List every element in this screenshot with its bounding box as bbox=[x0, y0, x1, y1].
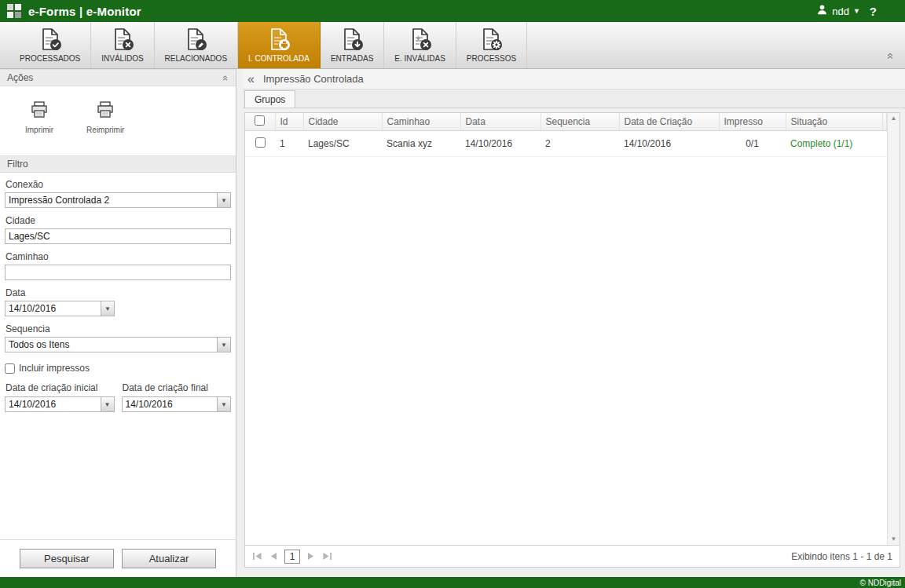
caminhao-label: Caminhao bbox=[5, 251, 231, 262]
imprimir-button[interactable]: Imprimir bbox=[25, 100, 53, 134]
atualizar-button[interactable]: Atualizar bbox=[122, 549, 216, 568]
select-all-checkbox[interactable] bbox=[255, 115, 265, 126]
tab-strip: Grupos bbox=[243, 89, 905, 108]
doc-arrow-x-icon bbox=[408, 27, 433, 52]
user-name: ndd bbox=[832, 5, 849, 17]
cell-id: 1 bbox=[275, 130, 303, 156]
data-label: Data bbox=[5, 287, 231, 298]
scroll-up-icon[interactable]: ▲ bbox=[891, 115, 897, 122]
doc-printer-icon bbox=[266, 27, 291, 52]
data-criacao-inicial-label: Data de criação inicial bbox=[5, 382, 115, 393]
toolbar-item-label: RELACIONADOS bbox=[165, 54, 227, 63]
scroll-down-icon[interactable]: ▼ bbox=[891, 536, 897, 542]
column-header-impresso[interactable]: Impresso bbox=[719, 113, 786, 130]
imprimir-label: Imprimir bbox=[25, 126, 53, 134]
pager-page-input[interactable]: 1 bbox=[284, 550, 300, 564]
chevron-down-icon[interactable]: ▼ bbox=[101, 397, 114, 411]
data-criacao-final-label: Data de criação final bbox=[123, 382, 232, 393]
column-header-caminhao[interactable]: Caminhao bbox=[382, 113, 460, 130]
doc-gear-icon bbox=[478, 27, 504, 52]
copyright-text: © NDDigital bbox=[860, 579, 901, 587]
reimprimir-button[interactable]: Reimprimir bbox=[86, 100, 124, 134]
pager-prev-button[interactable] bbox=[269, 552, 277, 561]
cell-impresso: 0/1 bbox=[719, 130, 786, 156]
doc-pencil-icon bbox=[183, 27, 208, 52]
nddigital-logo-icon bbox=[6, 3, 22, 19]
main-header: « Impressão Controlada bbox=[243, 69, 905, 89]
incluir-impressos-checkbox[interactable] bbox=[5, 363, 15, 374]
cell-data: 14/10/2016 bbox=[460, 130, 540, 156]
chevron-down-icon[interactable]: ▼ bbox=[217, 338, 230, 352]
chevron-down-icon: ▼ bbox=[853, 7, 860, 15]
column-header-id[interactable]: Id bbox=[275, 113, 303, 130]
results-grid: Id Cidade Caminhao Data Sequencia Data d… bbox=[245, 113, 887, 545]
actions-section-title: Ações bbox=[7, 72, 33, 83]
toolbar-item-invalidos[interactable]: INVÁLIDOS bbox=[91, 22, 154, 68]
chevron-down-icon[interactable]: ▼ bbox=[101, 301, 114, 316]
table-row[interactable]: 1 Lages/SC Scania xyz 14/10/2016 2 14/10… bbox=[245, 130, 887, 156]
pager-status-text: Exibindo itens 1 - 1 de 1 bbox=[791, 551, 892, 562]
toolbar-item-i-controlada[interactable]: I. CONTROLADA bbox=[238, 22, 321, 68]
toolbar-item-entradas[interactable]: ENTRADAS bbox=[321, 22, 384, 68]
tab-grupos[interactable]: Grupos bbox=[244, 90, 295, 108]
help-button[interactable]: ? bbox=[870, 5, 877, 18]
actions-section-header: Ações « bbox=[0, 69, 236, 86]
pager-next-button[interactable] bbox=[307, 552, 315, 561]
filter-form: Conexão Impressão Controlada 2 ▼ Cidade … bbox=[0, 173, 236, 539]
row-select-checkbox[interactable] bbox=[255, 137, 266, 148]
cell-data-criacao: 14/10/2016 bbox=[619, 130, 719, 156]
toolbar-item-label: INVÁLIDOS bbox=[101, 54, 143, 63]
toolbar-item-label: E. INVÁLIDAS bbox=[394, 54, 445, 63]
sequencia-select[interactable]: Todos os Itens ▼ bbox=[5, 337, 231, 352]
toolbar-item-label: PROCESSOS bbox=[467, 54, 516, 63]
cidade-label: Cidade bbox=[5, 215, 231, 226]
data-criacao-final-select[interactable]: 14/10/2016 ▼ bbox=[122, 396, 232, 412]
cidade-input[interactable] bbox=[5, 228, 231, 244]
toolbar-item-label: ENTRADAS bbox=[331, 54, 373, 63]
toolbar-item-label: PROCESSADOS bbox=[20, 54, 80, 63]
app-window: e-Forms | e-Monitor ndd ▼ ? bbox=[0, 0, 905, 588]
user-menu[interactable]: ndd ▼ bbox=[816, 4, 860, 18]
column-header-filler bbox=[882, 113, 887, 130]
data-criacao-inicial-value: 14/10/2016 bbox=[5, 397, 101, 411]
column-header-cidade[interactable]: Cidade bbox=[303, 113, 382, 130]
footer-bar: © NDDigital bbox=[0, 577, 905, 588]
sidebar: Ações « Imprimir bbox=[0, 69, 236, 577]
column-header-data-criacao[interactable]: Data de Criação bbox=[619, 113, 719, 130]
content-area: Ações « Imprimir bbox=[0, 69, 905, 577]
sidebar-footer: Pesquisar Atualizar bbox=[0, 539, 236, 577]
column-header-data[interactable]: Data bbox=[460, 113, 540, 130]
data-criacao-inicial-select[interactable]: 14/10/2016 ▼ bbox=[5, 396, 115, 412]
caminhao-input[interactable] bbox=[5, 265, 231, 280]
page-title: Impressão Controlada bbox=[263, 73, 364, 85]
section-divider bbox=[0, 148, 236, 155]
cell-sequencia: 2 bbox=[540, 130, 619, 156]
cell-caminhao: Scania xyz bbox=[382, 130, 460, 156]
doc-arrow-down-icon bbox=[339, 27, 365, 52]
data-select[interactable]: 14/10/2016 ▼ bbox=[5, 301, 115, 316]
incluir-impressos-row: Incluir impressos bbox=[5, 363, 231, 374]
pager-first-button[interactable] bbox=[252, 552, 262, 561]
collapse-sidebar-icon[interactable]: « bbox=[247, 73, 255, 86]
select-all-header bbox=[245, 113, 275, 130]
toolbar-collapse-button[interactable]: « bbox=[885, 53, 896, 59]
toolbar-item-processados[interactable]: PROCESSADOS bbox=[9, 22, 91, 68]
cell-filler bbox=[882, 130, 887, 156]
toolbar-item-processos[interactable]: PROCESSOS bbox=[456, 22, 527, 68]
vertical-scrollbar[interactable]: ▲ ▼ bbox=[887, 113, 900, 545]
reimprimir-label: Reimprimir bbox=[86, 126, 124, 134]
chevron-down-icon[interactable]: ▼ bbox=[217, 397, 230, 411]
printer-icon bbox=[95, 100, 115, 123]
column-header-sequencia[interactable]: Sequencia bbox=[540, 113, 619, 130]
filter-section-title: Filtro bbox=[7, 159, 28, 170]
column-header-situacao[interactable]: Situação bbox=[786, 113, 882, 130]
pager-bar: 1 Exibindo itens 1 - 1 de 1 bbox=[245, 545, 900, 567]
pager-last-button[interactable] bbox=[322, 552, 332, 561]
sequencia-label: Sequencia bbox=[5, 323, 231, 334]
toolbar-item-e-invalidas[interactable]: E. INVÁLIDAS bbox=[384, 22, 456, 68]
conexao-select[interactable]: Impressão Controlada 2 ▼ bbox=[5, 192, 231, 208]
actions-collapse-button[interactable]: « bbox=[221, 75, 231, 80]
pesquisar-button[interactable]: Pesquisar bbox=[20, 549, 114, 568]
chevron-down-icon[interactable]: ▼ bbox=[217, 193, 230, 207]
toolbar-item-relacionados[interactable]: RELACIONADOS bbox=[155, 22, 238, 68]
